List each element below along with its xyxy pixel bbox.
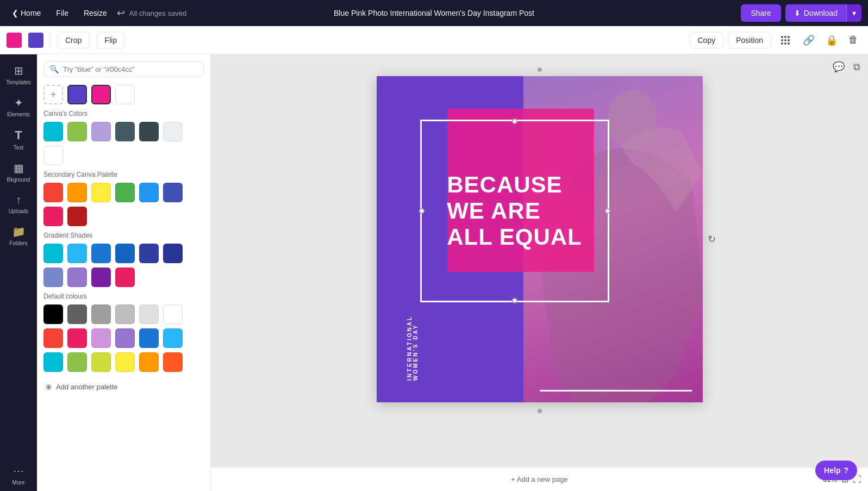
default-swatch-lightpurple[interactable] [91,328,111,348]
resize-handle-bottom[interactable] [512,298,517,303]
default-swatch-lightgreen[interactable] [67,352,87,372]
default-swatch-hotpink[interactable] [67,328,87,348]
templates-icon: ⊞ [14,64,23,77]
canvas-main-text: BECAUSEWE AREALL EQUAL [447,172,582,251]
color-swatch-blue-secondary[interactable] [139,183,159,202]
color-swatch-dark-teal[interactable] [115,122,135,141]
canvas-container[interactable]: BECAUSEWE AREALL EQUAL INTERNATIONALWOME… [377,76,703,402]
sidebar-item-folders[interactable]: 📁 Folders [0,220,37,252]
canvas-vertical-text: INTERNATIONALWOMEN'S DAY [407,315,419,381]
color-swatch-red-secondary[interactable] [43,183,63,202]
file-button[interactable]: File [51,5,74,21]
color-swatch-green[interactable] [67,122,87,141]
sidebar-item-text[interactable]: T Text [0,123,37,156]
default-swatch-medgray[interactable] [115,304,135,324]
selected-color-purple[interactable] [67,85,87,104]
default-swatch-gray[interactable] [91,304,111,324]
help-button[interactable]: Help ? [815,461,857,480]
color-swatch-green-secondary[interactable] [115,183,135,202]
gradient-swatch-2[interactable] [67,244,87,263]
copy-button[interactable]: Copy [690,32,724,48]
default-swatch-black[interactable] [43,304,63,324]
rotation-handle[interactable]: ↻ [708,233,716,245]
sidebar-item-templates[interactable]: ⊞ Templates [0,59,37,91]
color-search-box[interactable]: 🔍 [43,61,204,77]
default-swatch-orange[interactable] [139,352,159,372]
download-button[interactable]: ⬇ Download [785,4,846,22]
color-swatch-dark-gray[interactable] [139,122,159,141]
sidebar-item-label-templates: Templates [6,79,31,85]
sidebar-item-more[interactable]: ⋯ More [0,459,37,491]
color-swatch-orange-secondary[interactable] [67,183,87,202]
color-swatch-white-canva[interactable] [43,146,63,165]
resize-button[interactable]: Resize [78,5,113,21]
default-swatch-lime[interactable] [91,352,111,372]
gradient-swatch-5[interactable] [139,244,159,263]
gradient-swatch-6[interactable] [163,244,183,263]
color-swatch-light-gray[interactable] [163,122,183,141]
search-icon: 🔍 [49,65,59,73]
delete-button[interactable]: 🗑 [845,32,861,48]
selected-color-pink[interactable] [91,85,111,104]
color-swatch-dark-red-secondary[interactable] [67,207,87,226]
resize-handle-right[interactable] [605,208,610,214]
gradient-swatch-7[interactable] [43,268,63,287]
scroll-indicator-top [538,67,542,72]
grid-dots-button[interactable] [776,32,795,49]
default-swatch-lightblue[interactable] [163,328,183,348]
sidebar-item-background[interactable]: ▦ Bkground [0,156,37,188]
sidebar-item-uploads[interactable]: ↑ Uploads [0,188,37,220]
default-swatch-deeporange[interactable] [163,352,183,372]
active-color-swatch-purple[interactable] [28,33,43,48]
main-area: ⊞ Templates ✦ Elements T Text ▦ Bkground… [0,54,868,491]
link-button[interactable]: 🔗 [800,32,818,48]
default-swatch-darkgray[interactable] [67,304,87,324]
gradient-swatch-10[interactable] [115,268,135,287]
default-swatch-blue[interactable] [139,328,159,348]
crop-button[interactable]: Crop [57,32,90,48]
home-button[interactable]: ❮ Home [7,5,46,21]
gradient-swatch-3[interactable] [91,244,111,263]
default-swatch-purple[interactable] [115,328,135,348]
share-button[interactable]: Share [741,4,780,22]
default-swatch-red[interactable] [43,328,63,348]
design-canvas: BECAUSEWE AREALL EQUAL INTERNATIONALWOME… [377,76,703,402]
add-color-button[interactable]: + [43,85,63,104]
lock-button[interactable]: 🔒 [822,32,841,48]
gradient-swatch-1[interactable] [43,244,63,263]
position-button[interactable]: Position [728,32,771,48]
selected-colors-row: + [43,85,204,104]
default-swatch-white[interactable] [163,304,183,324]
gradient-swatch-4[interactable] [115,244,135,263]
gradient-swatch-8[interactable] [67,268,87,287]
download-dropdown-button[interactable]: ▾ [846,4,861,22]
default-swatch-lightgray[interactable] [139,304,159,324]
color-swatch-yellow-secondary[interactable] [91,183,111,202]
canva-colors-grid [43,122,204,165]
add-page-bar: + Add a new page 61% ⊞ ⛶ [211,467,868,491]
comment-icon-button[interactable]: 💬 [829,59,848,75]
grid-dots-icon [779,34,792,47]
resize-handle-top[interactable] [512,119,517,124]
background-icon: ▦ [14,161,24,175]
add-page-button[interactable]: + Add a new page [511,475,567,483]
color-swatch-lavender[interactable] [91,122,111,141]
gradient-swatch-9[interactable] [91,268,111,287]
canvas-area[interactable]: 💬 ⧉ [211,54,868,491]
color-search-input[interactable] [63,65,198,73]
duplicate-icon-button[interactable]: ⧉ [850,59,864,75]
add-palette-button[interactable]: ⊕ Add another palette [43,378,204,395]
color-swatch-cyan[interactable] [43,122,63,141]
color-swatch-indigo-secondary[interactable] [163,183,183,202]
selected-color-white[interactable] [115,85,135,104]
undo-icon[interactable]: ↩ [117,7,125,19]
default-swatch-yellow[interactable] [115,352,135,372]
default-swatch-cyan[interactable] [43,352,63,372]
sidebar-item-elements[interactable]: ✦ Elements [0,91,37,123]
active-color-swatch-pink[interactable] [7,33,22,48]
flip-button[interactable]: Flip [96,32,125,48]
canvas-text-box[interactable]: BECAUSEWE AREALL EQUAL [420,120,609,302]
resize-handle-left[interactable] [419,208,424,214]
color-swatch-pink-secondary[interactable] [43,207,63,226]
saved-status: All changes saved [129,9,187,17]
